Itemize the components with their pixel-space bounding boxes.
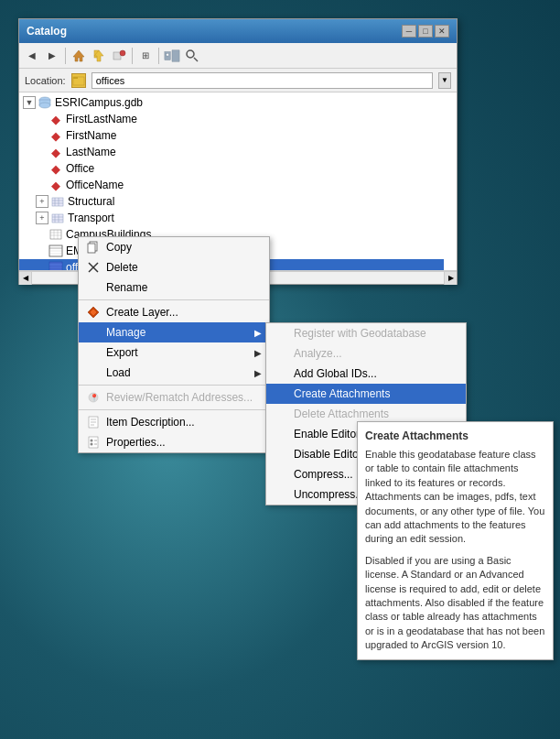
ctx-register-label: Register with Geodatabase	[294, 327, 458, 340]
ctx-item-desc[interactable]: Item Description...	[79, 412, 269, 432]
manage-arrow: ▶	[254, 328, 262, 338]
ctx-properties-label: Properties...	[106, 436, 262, 449]
expander-gdb[interactable]: ▼	[23, 96, 36, 109]
context-menu-1: Copy Delete Rename Create Layer... Manag…	[78, 236, 270, 453]
svg-point-4	[120, 50, 125, 56]
ctx-create-attachments-label: Create Attachments	[294, 387, 458, 400]
ctx-load[interactable]: Load ▶	[79, 363, 269, 383]
item-desc-icon	[86, 415, 101, 429]
connect-button[interactable]	[110, 47, 128, 65]
ctx-rename[interactable]: Rename	[79, 277, 269, 298]
toolbar: ◀ ▶ ⊞	[19, 43, 457, 69]
label-firstlastname: FirstLastName	[66, 113, 137, 125]
svg-marker-7	[172, 49, 179, 61]
toolbar-sep-1	[65, 48, 66, 64]
svg-rect-6	[167, 53, 169, 56]
ctx-review: 📍 Review/Rematch Addresses...	[79, 387, 269, 408]
svg-rect-25	[50, 230, 61, 239]
structural-icon	[50, 194, 65, 209]
window-title: Catalog	[27, 25, 67, 38]
ctx-manage[interactable]: Manage ▶	[79, 322, 269, 342]
analyze-icon	[274, 346, 288, 361]
hscroll-right-btn[interactable]: ▶	[444, 272, 457, 285]
svg-point-51	[91, 440, 93, 442]
svg-rect-50	[89, 437, 98, 448]
export-icon	[86, 345, 101, 360]
tree-item-office[interactable]: Office	[19, 160, 444, 177]
ctx-item-desc-label: Item Description...	[106, 416, 262, 429]
tree-item-lastname[interactable]: LastName	[19, 144, 444, 160]
options-button[interactable]	[163, 47, 181, 65]
ctx-create-layer[interactable]: Create Layer...	[79, 302, 269, 322]
back-button[interactable]: ◀	[23, 47, 41, 65]
search-button[interactable]	[183, 47, 201, 65]
create-attachments-icon	[274, 386, 288, 401]
compress-icon	[274, 467, 288, 482]
tooltip-para-2: Disabled if you are using a Basic licens…	[365, 554, 545, 653]
hscroll-left-btn[interactable]: ◀	[19, 272, 32, 285]
toolbar-sep-3	[158, 48, 159, 64]
tree-item-transport[interactable]: + Transport	[19, 210, 444, 226]
fc-icon-officename	[48, 178, 63, 192]
svg-marker-0	[73, 50, 84, 61]
location-bar: Location: ▼	[19, 69, 457, 92]
uncompress-icon	[274, 487, 288, 502]
title-bar-buttons: ─ □ ✕	[402, 25, 449, 38]
copy-icon	[86, 240, 101, 255]
ctx-manage-label: Manage	[106, 326, 249, 339]
tooltip-para-1: Enable this geodatabase feature class or…	[365, 448, 545, 547]
rename-icon	[86, 280, 101, 295]
ctx-export[interactable]: Export ▶	[79, 342, 269, 363]
load-icon	[86, 365, 101, 380]
ctx-analyze-label: Analyze...	[294, 347, 458, 360]
export-arrow: ▶	[254, 348, 262, 358]
svg-point-8	[187, 50, 194, 58]
gdb-label: ESRICampus.gdb	[55, 96, 143, 109]
tree-item-firstname[interactable]: FirstName	[19, 127, 444, 144]
svg-rect-15	[52, 198, 63, 206]
label-officename: OfficeName	[66, 179, 124, 191]
enable-editor-tracking-icon	[274, 427, 288, 441]
svg-point-14	[39, 103, 50, 108]
create-layer-icon	[86, 305, 101, 320]
ctx-delete[interactable]: Delete	[79, 257, 269, 277]
close-button[interactable]: ✕	[435, 25, 449, 38]
review-icon: 📍	[86, 390, 101, 405]
label-structural: Structural	[68, 195, 114, 208]
tree-item-structural[interactable]: + Structural	[19, 193, 444, 210]
tree-item-officename[interactable]: OfficeName	[19, 177, 444, 193]
properties-icon	[86, 435, 101, 450]
view-button[interactable]: ⊞	[136, 47, 155, 65]
svg-rect-11	[73, 77, 78, 79]
ctx-sep-1	[79, 299, 269, 300]
location-icon	[71, 73, 86, 88]
svg-point-53	[91, 443, 93, 446]
svg-rect-20	[52, 214, 63, 223]
ctx-delete-label: Delete	[106, 261, 262, 274]
expander-structural[interactable]: +	[36, 195, 48, 208]
location-input[interactable]	[92, 72, 433, 89]
ctx-add-global-ids[interactable]: Add Global IDs...	[266, 364, 466, 384]
ctx-copy[interactable]: Copy	[79, 237, 269, 257]
tree-item-firstlastname[interactable]: FirstLastName	[19, 111, 444, 127]
tree-item-gdb[interactable]: ▼ ESRICampus.gdb	[19, 94, 444, 111]
maximize-button[interactable]: □	[418, 25, 433, 38]
ctx-delete-attachments-label: Delete Attachments	[294, 408, 458, 420]
forward-button[interactable]: ▶	[43, 47, 61, 65]
ctx-review-label: Review/Rematch Addresses...	[106, 391, 262, 404]
tooltip-popup: Create Attachments Enable this geodataba…	[357, 421, 554, 660]
ctx-register: Register with Geodatabase	[266, 323, 466, 343]
ctx-properties[interactable]: Properties...	[79, 432, 269, 452]
delete-icon	[86, 260, 101, 275]
up-button[interactable]	[90, 47, 108, 65]
ctx-sep-3	[79, 409, 269, 410]
location-dropdown[interactable]: ▼	[438, 72, 451, 89]
ctx-analyze: Analyze...	[266, 343, 466, 364]
expander-transport[interactable]: +	[36, 212, 48, 224]
label-firstname: FirstName	[66, 129, 116, 142]
ctx-create-attachments[interactable]: Create Attachments	[266, 384, 466, 404]
home-button[interactable]	[70, 47, 88, 65]
ctx-rename-label: Rename	[106, 281, 262, 294]
register-icon	[274, 326, 288, 341]
minimize-button[interactable]: ─	[402, 25, 416, 38]
